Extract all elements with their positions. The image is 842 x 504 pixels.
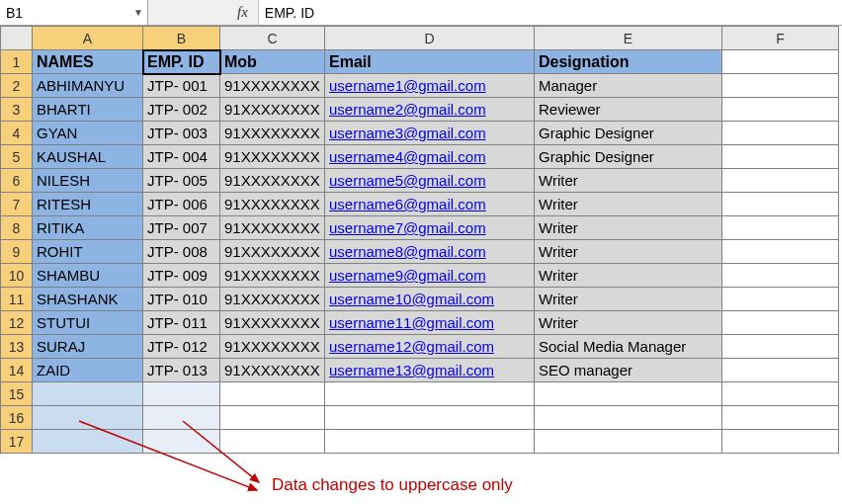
cell-F11[interactable]: [722, 288, 839, 311]
email-link[interactable]: username5@gmail.com: [329, 172, 486, 189]
cell-B7[interactable]: JTP- 006: [143, 193, 220, 216]
cell-C3[interactable]: 91XXXXXXXX: [220, 98, 325, 122]
cell-C13[interactable]: 91XXXXXXXX: [220, 335, 325, 359]
cell-D6[interactable]: username5@gmail.com: [325, 169, 535, 193]
email-link[interactable]: username4@gmail.com: [329, 148, 486, 165]
cell-B8[interactable]: JTP- 007: [143, 216, 220, 240]
cell-A11[interactable]: SHASHANK: [33, 288, 143, 311]
row-header-7[interactable]: 7: [1, 193, 33, 216]
select-all-corner[interactable]: [1, 27, 33, 50]
cell-E3[interactable]: Reviewer: [535, 98, 722, 122]
cell-E17[interactable]: [535, 430, 722, 454]
cell-B1[interactable]: EMP. ID: [143, 50, 220, 74]
email-link[interactable]: username2@gmail.com: [329, 101, 486, 118]
email-link[interactable]: username3@gmail.com: [329, 125, 486, 141]
cell-E15[interactable]: [535, 382, 722, 406]
cell-B16[interactable]: [143, 406, 220, 430]
cell-C12[interactable]: 91XXXXXXXX: [220, 311, 325, 335]
fx-icon[interactable]: fx: [148, 4, 258, 21]
cell-D13[interactable]: username12@gmail.com: [325, 335, 535, 359]
cell-E10[interactable]: Writer: [535, 264, 722, 288]
col-header-F[interactable]: F: [722, 27, 839, 50]
cell-E8[interactable]: Writer: [535, 216, 722, 240]
cell-C8[interactable]: 91XXXXXXXX: [220, 216, 325, 240]
cell-A8[interactable]: RITIKA: [33, 216, 143, 240]
cell-F6[interactable]: [722, 169, 839, 193]
cell-F8[interactable]: [722, 216, 839, 240]
cell-B2[interactable]: JTP- 001: [143, 74, 220, 98]
cell-F10[interactable]: [722, 264, 839, 288]
cell-D16[interactable]: [325, 406, 535, 430]
cell-C9[interactable]: 91XXXXXXXX: [220, 240, 325, 264]
cell-F9[interactable]: [722, 240, 839, 264]
email-link[interactable]: username6@gmail.com: [329, 196, 486, 212]
cell-C2[interactable]: 91XXXXXXXX: [220, 74, 325, 98]
cell-F3[interactable]: [722, 98, 839, 122]
cell-F14[interactable]: [722, 359, 839, 382]
cell-C16[interactable]: [220, 406, 325, 430]
email-link[interactable]: username8@gmail.com: [329, 243, 486, 260]
cell-A6[interactable]: NILESH: [33, 169, 143, 193]
cell-E16[interactable]: [535, 406, 722, 430]
cell-E9[interactable]: Writer: [535, 240, 722, 264]
cell-A1[interactable]: NAMES: [33, 50, 143, 74]
cell-C1[interactable]: Mob: [220, 50, 325, 74]
row-header-14[interactable]: 14: [1, 359, 33, 382]
email-link[interactable]: username7@gmail.com: [329, 219, 486, 236]
email-link[interactable]: username12@gmail.com: [329, 338, 494, 355]
cell-E11[interactable]: Writer: [535, 288, 722, 311]
cell-F16[interactable]: [722, 406, 839, 430]
row-header-9[interactable]: 9: [1, 240, 33, 264]
cell-D8[interactable]: username7@gmail.com: [325, 216, 535, 240]
cell-F1[interactable]: [722, 50, 839, 74]
cell-E2[interactable]: Manager: [535, 74, 722, 98]
cell-C17[interactable]: [220, 430, 325, 454]
cell-D15[interactable]: [325, 382, 535, 406]
cell-F13[interactable]: [722, 335, 839, 359]
email-link[interactable]: username10@gmail.com: [329, 291, 494, 307]
col-header-C[interactable]: C: [220, 27, 325, 50]
email-link[interactable]: username9@gmail.com: [329, 267, 486, 284]
cell-B10[interactable]: JTP- 009: [143, 264, 220, 288]
email-link[interactable]: username1@gmail.com: [329, 77, 486, 94]
cell-A5[interactable]: KAUSHAL: [33, 145, 143, 169]
row-header-4[interactable]: 4: [1, 122, 33, 145]
cell-B15[interactable]: [143, 382, 220, 406]
cell-F5[interactable]: [722, 145, 839, 169]
cell-A10[interactable]: SHAMBU: [33, 264, 143, 288]
cell-F17[interactable]: [722, 430, 839, 454]
cell-C6[interactable]: 91XXXXXXXX: [220, 169, 325, 193]
cell-E7[interactable]: Writer: [535, 193, 722, 216]
cell-A13[interactable]: SURAJ: [33, 335, 143, 359]
row-header-15[interactable]: 15: [1, 382, 33, 406]
cell-A9[interactable]: ROHIT: [33, 240, 143, 264]
cell-F12[interactable]: [722, 311, 839, 335]
cell-B17[interactable]: [143, 430, 220, 454]
cell-A17[interactable]: [33, 430, 143, 454]
cell-F4[interactable]: [722, 122, 839, 145]
cell-B14[interactable]: JTP- 013: [143, 359, 220, 382]
row-header-6[interactable]: 6: [1, 169, 33, 193]
col-header-B[interactable]: B: [143, 27, 220, 50]
row-header-13[interactable]: 13: [1, 335, 33, 359]
col-header-A[interactable]: A: [33, 27, 143, 50]
cell-B9[interactable]: JTP- 008: [143, 240, 220, 264]
cell-D9[interactable]: username8@gmail.com: [325, 240, 535, 264]
row-header-8[interactable]: 8: [1, 216, 33, 240]
cell-D1[interactable]: Email: [325, 50, 535, 74]
col-header-E[interactable]: E: [535, 27, 722, 50]
cell-A2[interactable]: ABHIMANYU: [33, 74, 143, 98]
cell-A14[interactable]: ZAID: [33, 359, 143, 382]
cell-B4[interactable]: JTP- 003: [143, 122, 220, 145]
row-header-10[interactable]: 10: [1, 264, 33, 288]
row-header-12[interactable]: 12: [1, 311, 33, 335]
cell-C5[interactable]: 91XXXXXXXX: [220, 145, 325, 169]
name-box[interactable]: B1: [0, 5, 129, 21]
row-header-2[interactable]: 2: [1, 74, 33, 98]
cell-E5[interactable]: Graphic Designer: [535, 145, 722, 169]
cell-B13[interactable]: JTP- 012: [143, 335, 220, 359]
cell-E14[interactable]: SEO manager: [535, 359, 722, 382]
name-box-dropdown-icon[interactable]: ▼: [129, 7, 147, 18]
cell-E12[interactable]: Writer: [535, 311, 722, 335]
cell-C4[interactable]: 91XXXXXXXX: [220, 122, 325, 145]
